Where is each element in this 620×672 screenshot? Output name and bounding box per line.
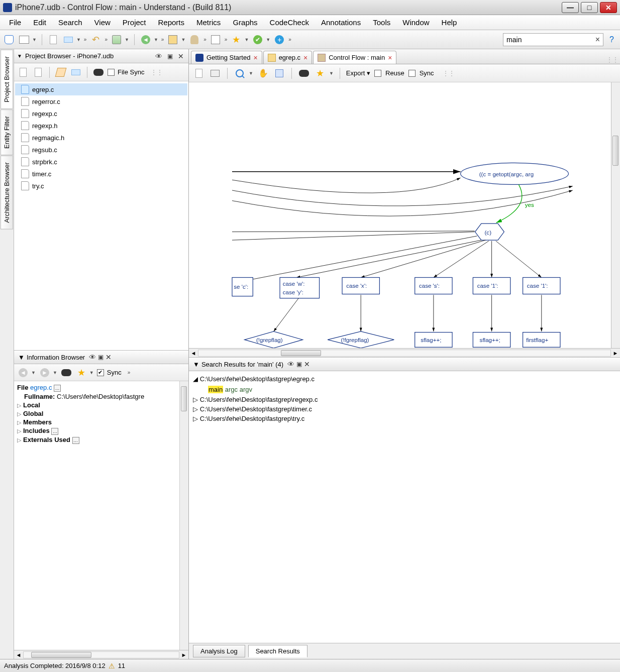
star-icon[interactable]: ★ [314, 67, 326, 79]
dropdown-icon[interactable]: ▼ [31, 370, 36, 375]
info-section-includes[interactable]: Includes [23, 427, 50, 434]
vertical-scrollbar[interactable] [179, 381, 188, 650]
menu-annotations[interactable]: Annotations [316, 16, 366, 29]
info-section-global[interactable]: Global [23, 410, 43, 417]
eraser-icon[interactable] [70, 66, 82, 78]
tab-getting-started[interactable]: Getting Started × [191, 51, 262, 64]
vertical-scrollbar[interactable] [611, 82, 620, 348]
tab-analysis-log[interactable]: Analysis Log [193, 645, 245, 657]
file-item[interactable]: regmagic.h [15, 132, 187, 144]
sidetab-entity-filter[interactable]: Entity Filter [1, 109, 13, 155]
export-button[interactable]: Export ▾ [346, 69, 370, 77]
expand-icon[interactable] [17, 66, 29, 78]
dropdown-icon[interactable]: ▼ [244, 37, 249, 42]
menu-tools[interactable]: Tools [368, 16, 395, 29]
menu-codecheck[interactable]: CodeCheck [265, 16, 314, 29]
dropdown-icon[interactable]: ▼ [125, 37, 129, 42]
collapse-icon[interactable]: ▼ [18, 354, 25, 361]
more-icon[interactable]: … [54, 385, 61, 392]
dropdown-icon[interactable]: ▼ [266, 37, 270, 42]
tab-search-results[interactable]: Search Results [248, 645, 307, 657]
info-file-link[interactable]: egrep.c [30, 384, 52, 391]
search-input[interactable] [506, 36, 595, 44]
file-item[interactable]: regexp.h [15, 120, 187, 132]
close-panel-icon[interactable]: ✕ [176, 52, 185, 61]
maximize-button[interactable]: □ [581, 2, 598, 13]
select-icon[interactable] [273, 67, 285, 79]
file-item[interactable]: regerror.c [15, 95, 187, 107]
file-item[interactable]: regexp.c [15, 107, 187, 120]
pan-icon[interactable]: ✋ [257, 67, 269, 79]
close-panel-icon[interactable]: ✕ [106, 353, 112, 361]
search-result-path[interactable]: C:\Users\fehe\Desktop\fastgrep\timer.c [200, 405, 312, 413]
menu-help[interactable]: Help [437, 16, 462, 29]
split-icon[interactable] [210, 34, 222, 46]
back-icon[interactable]: ◄ [17, 367, 29, 379]
close-button[interactable]: ✕ [600, 2, 617, 13]
binoculars-icon[interactable] [60, 367, 72, 379]
pin-icon[interactable]: 👁 [89, 353, 96, 361]
forward-icon[interactable]: ► [39, 367, 51, 379]
search-result-path[interactable]: C:\Users\fehe\Desktop\fastgrep\regexp.c [200, 396, 318, 403]
dropdown-icon[interactable]: ▼ [329, 71, 334, 76]
overflow-icon[interactable]: » [128, 370, 131, 375]
more-icon[interactable]: … [72, 437, 79, 444]
toolbar-search[interactable]: × [503, 33, 603, 46]
tree-icon[interactable] [167, 34, 179, 46]
menu-project[interactable]: Project [118, 16, 151, 29]
close-tab-icon[interactable]: × [253, 54, 257, 62]
module-icon[interactable] [111, 34, 123, 46]
maximize-panel-icon[interactable]: ▣ [165, 52, 174, 61]
edit-icon[interactable] [55, 66, 67, 78]
menu-view[interactable]: View [89, 16, 116, 29]
dropdown-icon[interactable]: ▼ [32, 37, 37, 42]
warning-count[interactable]: 11 [118, 662, 125, 669]
graph-horizontal-scrollbar[interactable]: ◄► [189, 348, 620, 357]
overflow-icon[interactable]: » [288, 37, 291, 42]
dropdown-icon[interactable]: ▼ [53, 370, 57, 375]
clear-search-icon[interactable]: × [595, 35, 600, 44]
overflow-icon[interactable]: » [225, 37, 228, 42]
dropdown-icon[interactable]: ▼ [89, 370, 94, 375]
overflow-icon[interactable]: » [105, 37, 108, 42]
search-result-path[interactable]: C:\Users\fehe\Desktop\fastgrep\try.c [200, 415, 305, 422]
collapse-icon[interactable] [32, 66, 44, 78]
page-icon[interactable] [47, 34, 59, 46]
overflow-icon[interactable]: » [161, 37, 164, 42]
book-icon[interactable] [18, 34, 30, 46]
pin-icon[interactable]: 👁 [287, 360, 294, 368]
menu-edit[interactable]: Edit [28, 16, 51, 29]
collapse-icon[interactable]: ▼ [193, 361, 199, 368]
search-result-line[interactable]: main argc argv [193, 384, 616, 395]
file-item[interactable]: egrep.c [15, 83, 187, 95]
dropdown-icon[interactable]: ▼ [181, 37, 185, 42]
menu-search[interactable]: Search [53, 16, 87, 29]
sidetab-architecture-browser[interactable]: Architecture Browser [1, 156, 13, 230]
close-tab-icon[interactable]: × [388, 54, 392, 62]
overflow-icon[interactable]: » [84, 37, 87, 42]
menu-reports[interactable]: Reports [153, 16, 190, 29]
file-item[interactable]: regsub.c [15, 144, 187, 156]
check-icon[interactable]: ✔ [252, 34, 264, 46]
search-result-path[interactable]: C:\Users\fehe\Desktop\fastgrep\egrep.c [200, 375, 315, 383]
help-icon[interactable]: ? [609, 35, 614, 44]
file-sync-checkbox[interactable] [108, 69, 115, 76]
reuse-checkbox[interactable] [374, 70, 381, 77]
file-item[interactable]: timer.c [15, 168, 187, 180]
star-icon[interactable]: ★ [230, 34, 242, 46]
close-panel-icon[interactable]: ✕ [304, 360, 310, 368]
dropdown-icon[interactable]: ▼ [76, 37, 81, 42]
sync-checkbox[interactable] [408, 70, 416, 77]
maximize-panel-icon[interactable]: ▣ [296, 361, 302, 368]
maximize-panel-icon[interactable]: ▣ [98, 354, 104, 361]
undo-icon[interactable]: ↶ [89, 34, 101, 46]
menu-metrics[interactable]: Metrics [191, 16, 226, 29]
copy-icon[interactable] [193, 67, 205, 79]
star-icon[interactable]: ★ [75, 367, 87, 379]
person-icon[interactable] [188, 34, 200, 46]
menu-file[interactable]: File [4, 16, 26, 29]
warning-icon[interactable]: ⚠ [109, 662, 115, 670]
dropdown-icon[interactable]: ▼ [249, 71, 253, 76]
menu-graphs[interactable]: Graphs [228, 16, 262, 29]
control-flow-graph[interactable]: ((c = getopt(argc, arg yes (c) [189, 82, 620, 348]
